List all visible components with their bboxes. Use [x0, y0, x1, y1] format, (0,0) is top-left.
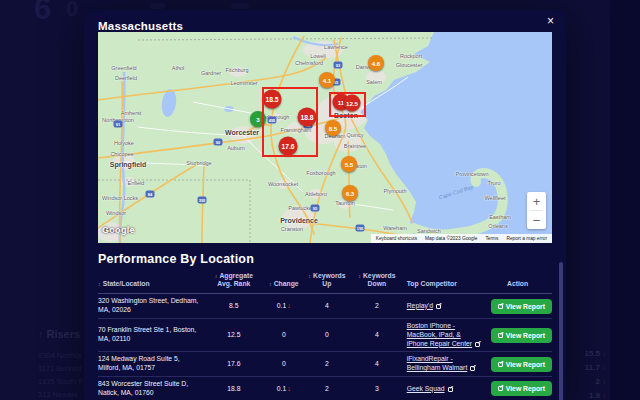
route-shield-icon: 90 — [214, 139, 223, 146]
column-header[interactable]: ↕Keywords Down — [350, 272, 407, 288]
external-link-icon — [475, 342, 480, 347]
column-header[interactable]: ↕Keywords Up — [307, 272, 350, 288]
map-marker[interactable]: 4.1 — [319, 72, 335, 88]
modal-title: Massachusetts — [98, 20, 183, 32]
change-down-arrow-icon: ↓ — [287, 385, 290, 392]
external-link-icon — [498, 362, 503, 367]
map-town-label: Windsor — [106, 210, 126, 216]
view-report-button[interactable]: View Report — [491, 357, 552, 372]
map-town-label: Sturbridge — [186, 160, 211, 166]
map-town-label: Leominster — [230, 80, 257, 86]
column-header[interactable]: ↕Change — [264, 280, 307, 288]
map-town-label: Braintree — [344, 143, 366, 149]
map-overlay: LowellLawrenceChelmsfordFitchburgGardner… — [98, 32, 552, 243]
map-marker[interactable]: 4.6 — [368, 55, 384, 71]
change-down-arrow-icon: ↓ — [287, 302, 290, 309]
route-shield-icon: 395 — [198, 197, 207, 204]
view-report-label: View Report — [506, 332, 545, 339]
view-report-label: View Report — [506, 361, 545, 368]
map-town-label: Gloucester — [396, 62, 423, 68]
cluster-rect — [329, 92, 366, 117]
modal-scrollbar[interactable] — [559, 262, 563, 400]
cell-location: 320 Washington Street, Dedham, MA, 02026 — [98, 297, 207, 315]
map-town-label: Worcester — [225, 129, 259, 136]
cell-location: 70 Franklin Street Ste 1, Boston, MA, 02… — [98, 326, 207, 344]
table-row: 124 Medway Road Suite 5, Milford, MA, 01… — [98, 352, 552, 377]
sort-icon[interactable]: ↕ — [308, 273, 311, 279]
map-town-label: Lowell — [310, 53, 326, 59]
terms-link[interactable]: Terms — [485, 236, 498, 241]
sort-icon[interactable]: ↕ — [215, 273, 218, 279]
view-report-button[interactable]: View Report — [491, 381, 552, 396]
view-report-label: View Report — [506, 303, 545, 310]
competitor-link[interactable]: Replay'd — [407, 302, 433, 309]
keyboard-shortcuts-link[interactable]: Keyboard shortcuts — [376, 236, 417, 241]
sort-icon[interactable]: ↕ — [98, 281, 101, 287]
external-link-icon — [448, 387, 453, 392]
zoom-in-button[interactable]: + — [527, 192, 546, 210]
report-map-error-link[interactable]: Report a map error — [506, 236, 547, 241]
cell-keywords-down: 2 — [350, 302, 407, 311]
route-shield-icon: 84 — [146, 191, 155, 198]
sort-icon[interactable]: ↕ — [269, 281, 272, 287]
map-town-label: Chelmsford — [295, 60, 323, 66]
map-town-label: Truro — [488, 180, 501, 186]
map-town-label: Eastham — [489, 214, 511, 220]
external-link-icon — [470, 366, 475, 371]
cell-change: 0.1↓ — [264, 385, 307, 394]
map-attribution: Keyboard shortcutsMap data ©2023 GoogleT… — [371, 234, 552, 243]
external-link-icon — [498, 386, 503, 391]
cluster-rect — [262, 87, 318, 157]
cell-keywords-up: 2 — [307, 360, 350, 369]
competitor-link[interactable]: Boston iPhone - MacBook, iPad, & iPhone … — [407, 322, 472, 347]
cell-change: 0 — [264, 360, 307, 369]
competitor-link[interactable]: Geek Squad — [407, 385, 445, 392]
view-report-button[interactable]: View Report — [491, 328, 552, 343]
map-water-label: Cape Cod Bay — [438, 184, 474, 201]
map[interactable]: LowellLawrenceChelmsfordFitchburgGardner… — [98, 32, 552, 243]
table-row: 843 Worcester Street Suite D, Natick, MA… — [98, 377, 552, 400]
column-label: State/Location — [103, 280, 150, 287]
map-town-label: Orleans — [488, 223, 507, 229]
map-data-credit: Map data ©2023 Google — [425, 236, 477, 241]
map-zoom-control: + − — [527, 192, 546, 229]
change-value: 0 — [282, 331, 286, 338]
column-header[interactable]: ↕Aggregate Avg. Rank — [207, 272, 264, 288]
map-town-label: Provincetown — [455, 171, 488, 177]
competitor-link[interactable]: iFixandRepair - Bellingham Walmart — [407, 355, 468, 371]
route-shield-icon: 93 — [334, 62, 343, 69]
column-label: Change — [274, 280, 299, 287]
map-marker[interactable]: 6.3 — [342, 185, 358, 201]
route-shield-icon: 91 — [114, 121, 123, 128]
view-report-button[interactable]: View Report — [491, 299, 552, 314]
cell-keywords-up: 2 — [307, 385, 350, 394]
sort-icon[interactable]: ↕ — [358, 273, 361, 279]
cell-top-competitor: Geek Squad — [407, 385, 486, 394]
external-link-icon — [436, 304, 441, 309]
external-link-icon — [498, 333, 503, 338]
column-header[interactable]: ↕State/Location — [98, 280, 207, 288]
map-town-label: Plymouth — [384, 188, 407, 194]
change-value: 0.1 — [277, 302, 286, 309]
cell-action: View Report — [486, 357, 552, 372]
table-header: ↕State/Location↕Aggregate Avg. Rank↕Chan… — [98, 269, 552, 294]
map-town-label: Deerfield — [115, 75, 137, 81]
map-town-label: Wareham — [383, 225, 407, 231]
zoom-out-button[interactable]: − — [527, 211, 546, 229]
cell-aggregate-rank: 8.5 — [207, 302, 264, 311]
map-town-label: Providence — [280, 217, 318, 224]
map-town-label: Fitchburg — [226, 67, 249, 73]
close-icon[interactable]: × — [547, 14, 554, 28]
map-marker[interactable]: 5.5 — [341, 156, 357, 172]
map-town-label: Foxborough — [306, 170, 335, 176]
cell-location: 124 Medway Road Suite 5, Milford, MA, 01… — [98, 355, 207, 373]
map-town-label: Gardner — [201, 70, 221, 76]
table-row: 320 Washington Street, Dedham, MA, 02026… — [98, 294, 552, 319]
map-marker[interactable]: 8.5 — [325, 120, 341, 136]
cell-action: View Report — [486, 328, 552, 343]
column-header: Top Competitor — [407, 280, 486, 288]
cell-aggregate-rank: 18.8 — [207, 385, 264, 394]
route-shield-icon: 95 — [311, 205, 320, 212]
cell-action: View Report — [486, 299, 552, 314]
cell-keywords-up: 0 — [307, 331, 350, 340]
